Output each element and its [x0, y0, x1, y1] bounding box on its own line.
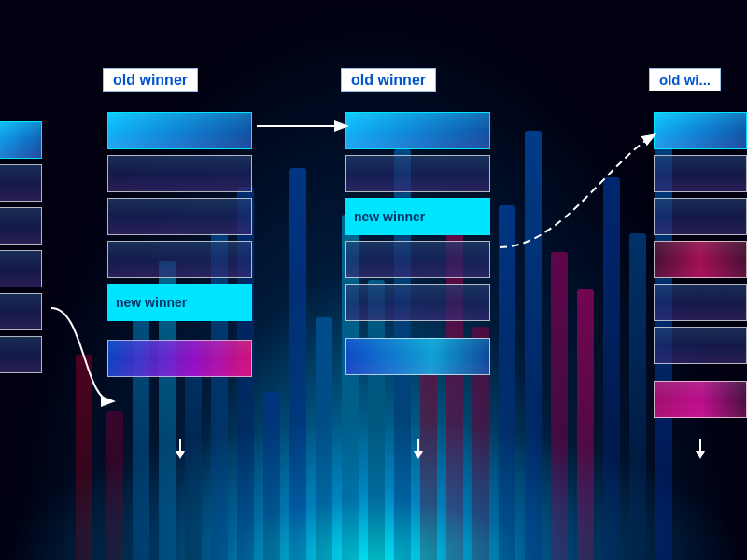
- old-winner-label-col2: old winner: [341, 68, 436, 92]
- new-winner-row-col1: new winner: [107, 284, 252, 321]
- bracket-row-winner-col1: [107, 112, 252, 149]
- bracket-row: [0, 336, 42, 373]
- tournament-col-3: old wi...: [654, 89, 747, 418]
- bracket-row: [107, 198, 252, 235]
- new-winner-text-col2: new winner: [354, 209, 425, 224]
- bracket-row: [654, 155, 747, 192]
- bracket-row-bottom-col3: [654, 381, 747, 418]
- bracket-row: [107, 155, 252, 192]
- tournament-scene: old winner new winner old winner: [0, 0, 747, 560]
- bracket-row: [107, 241, 252, 278]
- tournament-col-2: old winner new winner: [345, 89, 490, 375]
- bracket-row: [0, 207, 42, 245]
- bracket-row-red: [654, 241, 747, 278]
- bracket-row: [654, 284, 747, 321]
- bracket-row: [0, 293, 42, 330]
- bracket-row: [0, 164, 42, 202]
- bracket-row: [0, 250, 42, 287]
- bracket-row: [345, 284, 490, 321]
- new-winner-row-col2: new winner: [345, 198, 490, 235]
- bracket-row: [654, 198, 747, 235]
- old-winner-label-col1: old winner: [103, 68, 198, 92]
- bracket-row: [345, 155, 490, 192]
- bracket-row-bottom-col1: [107, 340, 252, 377]
- bracket-row-bottom-col2: [345, 338, 490, 375]
- bracket-row-highlight: [0, 121, 42, 159]
- new-winner-text-col1: new winner: [116, 295, 187, 310]
- old-winner-text-col3: old wi...: [659, 72, 711, 88]
- bracket-row: [654, 327, 747, 364]
- tournament-col-1: old winner new winner: [107, 89, 252, 377]
- bracket-row-winner-col2: [345, 112, 490, 149]
- old-winner-text-col1: old winner: [113, 72, 188, 88]
- old-winner-label-col3: old wi...: [649, 68, 721, 91]
- old-winner-text-col2: old winner: [351, 72, 426, 88]
- bracket-row: [345, 241, 490, 278]
- bracket-row-winner-col3: [654, 112, 747, 149]
- tournament-col-0: [0, 121, 42, 373]
